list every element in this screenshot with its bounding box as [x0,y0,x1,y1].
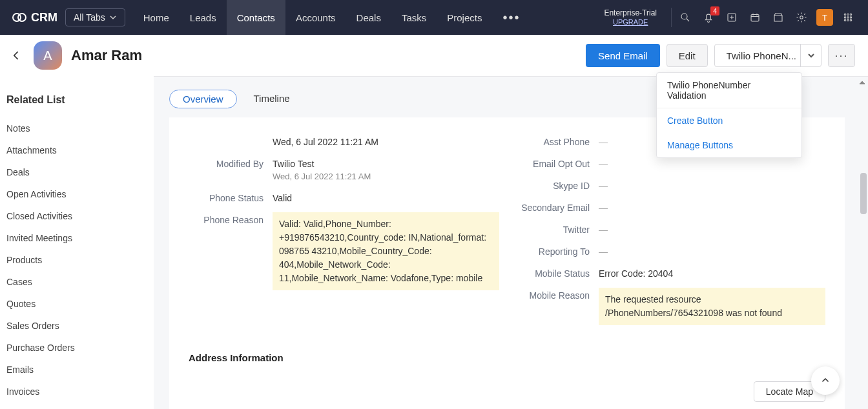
more-actions-button[interactable]: ··· [828,44,855,67]
nav-contacts[interactable]: Contacts [227,0,285,35]
label-twitter: Twitter [515,222,599,237]
send-email-button[interactable]: Send Email [586,44,660,67]
trial-name: Enterprise-Trial [604,8,657,17]
add-icon[interactable] [722,8,741,27]
label-email-opt-out: Email Opt Out [515,156,599,172]
apps-grid-icon[interactable] [838,8,858,27]
sidebar-item-deals[interactable]: Deals [6,161,147,183]
label-secondary-email: Secondary Email [515,200,599,215]
sidebar-item-notes[interactable]: Notes [6,117,147,139]
label-reporting-to: Reporting To [515,244,599,259]
chevron-down-icon[interactable] [800,45,821,66]
svg-point-6 [844,14,845,15]
header-actions: Send Email Edit Twilio PhoneN... ··· Twi… [586,44,859,67]
all-tabs-dropdown[interactable]: All Tabs [65,8,125,26]
label-phone-status: Phone Status [189,190,273,206]
tab-overview[interactable]: Overview [169,90,237,108]
svg-point-1 [18,14,26,21]
scroll-up-arrow[interactable] [858,77,866,89]
nav-home[interactable]: Home [133,0,180,35]
custom-button-dropdown[interactable]: Twilio PhoneN... [714,44,822,67]
vertical-scrollbar[interactable] [856,76,868,409]
sidebar-item-open-activities[interactable]: Open Activities [6,183,147,205]
top-nav: CRM All Tabs Home Leads Contacts Account… [0,0,868,35]
search-icon[interactable] [676,8,695,27]
nav-projects[interactable]: Projects [437,0,492,35]
svg-point-13 [847,19,849,21]
calendar-icon[interactable] [745,8,765,27]
edit-button[interactable]: Edit [666,44,708,67]
value-secondary-email: — [599,200,825,215]
custom-button-menu: Twilio PhoneNumber Validation Create But… [656,72,802,158]
svg-point-9 [844,17,845,18]
back-button[interactable] [9,48,25,63]
scrollbar-thumb[interactable] [860,173,867,214]
nav-deals[interactable]: Deals [346,0,391,35]
menu-create-button[interactable]: Create Button [657,108,801,133]
brand-text: CRM [31,11,57,25]
sidebar-item-invoices[interactable]: Invoices [6,381,147,403]
custom-button-label: Twilio PhoneN... [727,50,800,61]
related-list-title: Related List [6,90,147,117]
all-tabs-label: All Tabs [74,12,105,23]
label-asst-phone: Asst Phone [515,134,599,150]
value-mobile-reason: The requested resource /PhoneNumbers/765… [599,288,825,325]
nav-more[interactable]: ••• [492,0,530,35]
gear-icon[interactable] [792,8,811,27]
modified-date: Wed, 6 Jul 2022 11:21 AM [273,172,499,181]
notification-badge: 4 [710,6,719,15]
label-skype: Skype ID [515,178,599,194]
label-phone-reason: Phone Reason [189,212,273,228]
menu-manage-buttons[interactable]: Manage Buttons [657,133,801,157]
svg-point-10 [847,17,849,18]
marketplace-icon[interactable] [769,8,788,27]
user-avatar[interactable]: T [815,8,834,27]
value-mobile-status: Error Code: 20404 [599,266,825,281]
chevron-down-icon [109,14,117,21]
sidebar-item-purchase-orders[interactable]: Purchase Orders [6,337,147,359]
left-column: Wed, 6 Jul 2022 11:21 AM Modified By Twi… [189,128,499,330]
overview-card: Wed, 6 Jul 2022 11:21 AM Modified By Twi… [169,117,845,409]
sidebar-item-invited-meetings[interactable]: Invited Meetings [6,227,147,249]
value-reporting-to: — [599,244,825,259]
sidebar-item-cases[interactable]: Cases [6,271,147,293]
svg-point-14 [850,19,851,21]
sidebar-item-closed-activities[interactable]: Closed Activities [6,205,147,227]
nav-tasks[interactable]: Tasks [391,0,437,35]
value-phone-status: Valid [273,190,499,206]
label-mobile-status: Mobile Status [515,266,599,281]
tab-timeline[interactable]: Timeline [241,90,303,108]
svg-point-11 [850,17,851,18]
value-phone-reason: Valid: Valid,Phone_Number: +919876543210… [273,212,499,290]
nav-accounts[interactable]: Accounts [285,0,346,35]
svg-point-2 [681,14,687,19]
nav-leads[interactable]: Leads [180,0,227,35]
value-email-opt-out: — [599,156,825,172]
related-list-sidebar: Related List Notes Attachments Deals Ope… [0,76,154,409]
label-modified-by: Modified By [189,156,273,172]
sidebar-item-attachments[interactable]: Attachments [6,139,147,161]
crm-icon [12,10,27,25]
contact-avatar: A [34,41,62,70]
sidebar-item-quotes[interactable]: Quotes [6,293,147,315]
value-modified-by: Twilio Test Wed, 6 Jul 2022 11:21 AM [273,156,499,184]
value-skype: — [599,178,825,194]
contact-header: A Amar Ram Send Email Edit Twilio PhoneN… [0,35,868,76]
svg-point-7 [847,14,849,15]
sidebar-item-sales-orders[interactable]: Sales Orders [6,315,147,337]
svg-rect-4 [751,15,759,22]
bell-icon[interactable]: 4 [699,8,718,27]
right-column: Asst Phone— Email Opt Out— Skype ID— Sec… [515,128,825,330]
scroll-to-top-button[interactable] [811,366,840,395]
upgrade-link[interactable]: UPGRADE [613,18,648,26]
sidebar-item-emails[interactable]: Emails [6,359,147,381]
avatar-letter: T [816,9,833,26]
contact-name: Amar Ram [71,47,142,64]
sidebar-item-products[interactable]: Products [6,249,147,271]
brand-logo[interactable]: CRM [6,10,63,25]
created-date: Wed, 6 Jul 2022 11:21 AM [273,134,499,150]
menu-twilio-validation[interactable]: Twilio PhoneNumber Validation [657,73,801,108]
label-mobile-reason: Mobile Reason [515,288,599,303]
svg-point-5 [800,16,803,19]
trial-banner: Enterprise-Trial UPGRADE [596,8,665,27]
